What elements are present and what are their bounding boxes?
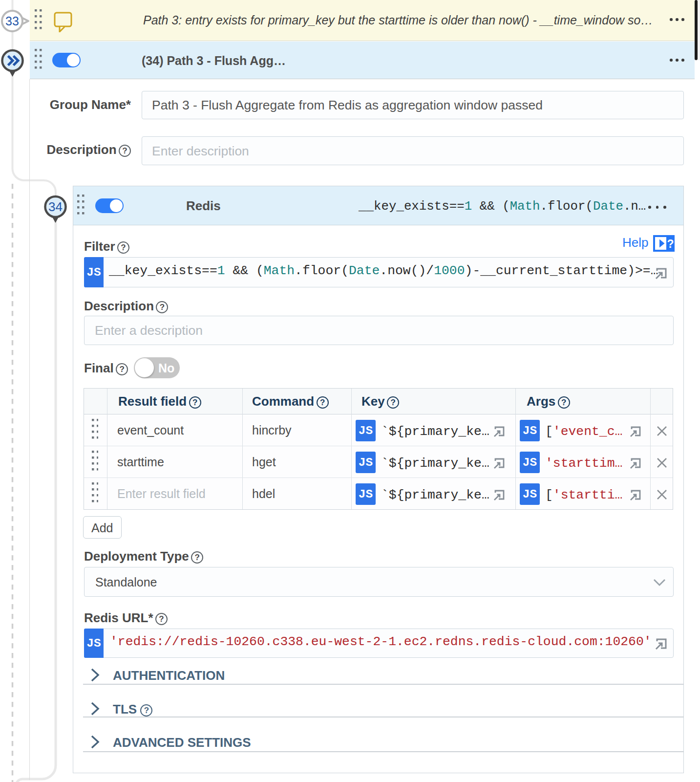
svg-text:34: 34 xyxy=(48,199,63,214)
svg-text:33: 33 xyxy=(5,14,19,28)
svg-text:?: ? xyxy=(667,238,674,250)
